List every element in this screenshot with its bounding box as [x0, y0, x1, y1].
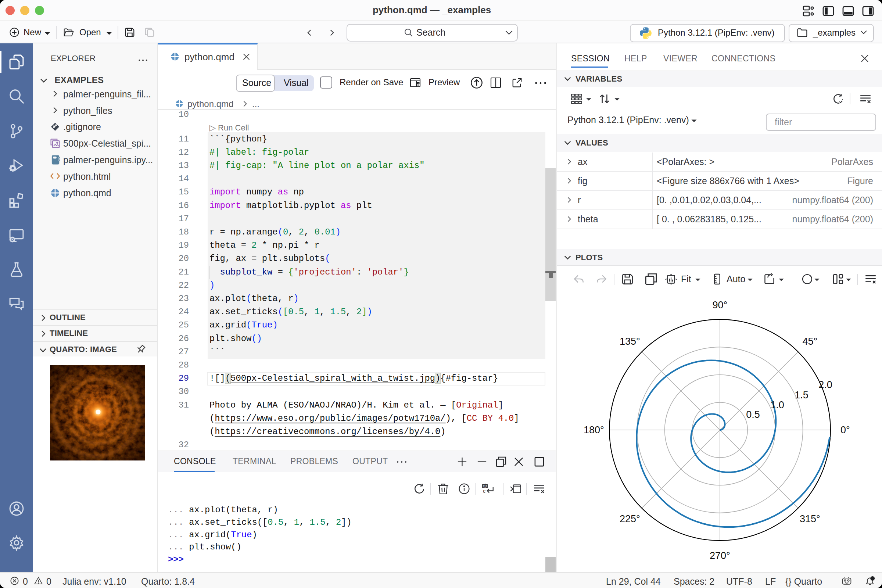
svg-text:c: c [483, 488, 486, 494]
svg-text:0°: 0° [840, 424, 850, 435]
svg-text:2.0: 2.0 [818, 379, 832, 390]
svg-text:135°: 135° [620, 336, 640, 347]
svg-text:1.5: 1.5 [795, 390, 808, 400]
svg-text:0.5: 0.5 [746, 409, 760, 420]
svg-text:315°: 315° [800, 513, 820, 524]
svg-text:270°: 270° [710, 550, 730, 561]
svg-text:90°: 90° [712, 300, 728, 310]
svg-text:1.0: 1.0 [770, 399, 784, 411]
svg-text:180°: 180° [584, 424, 604, 435]
svg-text:225°: 225° [620, 513, 640, 524]
svg-text:45°: 45° [802, 336, 818, 347]
